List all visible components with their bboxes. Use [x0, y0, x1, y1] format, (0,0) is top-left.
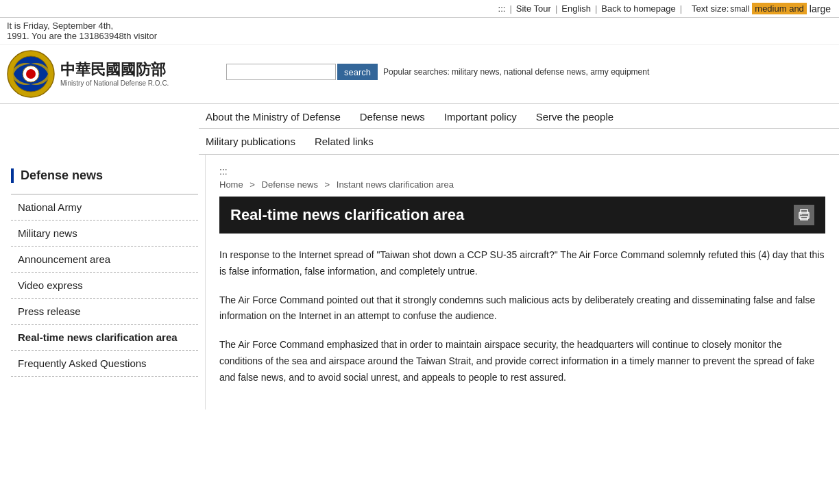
top-bar-separator-2: | — [555, 3, 557, 14]
article-paragraph-2: The Air Force Command pointed out that i… — [219, 292, 825, 325]
sidebar-item-national-army[interactable]: National Army — [11, 194, 198, 220]
sidebar-item-faq[interactable]: Frequently Asked Questions — [11, 351, 198, 377]
sidebar-item-press-release[interactable]: Press release — [11, 299, 198, 325]
svg-rect-5 — [801, 210, 807, 214]
breadcrumb-sep2: > — [325, 179, 332, 190]
nav-related-links[interactable]: Related links — [315, 136, 374, 147]
main-nav: About the Ministry of Defense Defense ne… — [199, 104, 839, 129]
date-line1: It is Friday, September 4th, — [7, 21, 832, 31]
svg-point-7 — [801, 214, 802, 215]
breadcrumb-sep1: > — [250, 179, 257, 190]
content-wrapper: Defense news National Army Military news… — [0, 155, 839, 410]
popular-searches: Popular searches: military news, nationa… — [383, 67, 649, 77]
site-tour-link[interactable]: Site Tour — [516, 3, 551, 14]
nav-military-publications[interactable]: Military publications — [206, 136, 295, 147]
search-button[interactable]: search — [337, 64, 378, 80]
date-bar: It is Friday, September 4th, 1991. You a… — [0, 18, 839, 45]
top-bar: ::: | Site Tour | English | Back to home… — [0, 0, 839, 18]
top-bar-separator-4: | — [680, 3, 682, 14]
header: 中華民國國防部 Ministry of National Defense R.O… — [0, 45, 839, 104]
page-title-bar: Real-time news clarification area — [219, 197, 825, 234]
page-title: Real-time news clarification area — [230, 206, 464, 224]
sidebar-item-video-express[interactable]: Video express — [11, 273, 198, 299]
text-size-small[interactable]: small — [730, 4, 749, 14]
sub-nav: Military publications Related links — [199, 129, 839, 155]
nav-serve-people[interactable]: Serve the people — [536, 111, 613, 128]
breadcrumb-dots: ::: — [219, 166, 825, 177]
logo-emblem — [7, 50, 55, 98]
nav-about[interactable]: About the Ministry of Defense — [206, 111, 341, 128]
text-size-label: Text size: — [692, 3, 729, 14]
search-row: search Popular searches: military news, … — [226, 64, 649, 80]
english-link[interactable]: English — [561, 3, 591, 14]
nav-defense-news[interactable]: Defense news — [360, 111, 425, 128]
breadcrumb-current: Instant news clarification area — [337, 179, 454, 190]
article-paragraph-1: In response to the Internet spread of "T… — [219, 247, 825, 280]
sidebar-item-announcement[interactable]: Announcement area — [11, 247, 198, 273]
breadcrumb-home[interactable]: Home — [219, 179, 243, 190]
sidebar-item-military-news[interactable]: Military news — [11, 220, 198, 247]
separator-dots: ::: — [498, 3, 506, 14]
svg-point-3 — [26, 69, 36, 79]
top-bar-separator-3: | — [595, 3, 597, 14]
top-bar-separator-1: | — [509, 3, 511, 14]
logo-area: 中華民國國防部 Ministry of National Defense R.O… — [7, 50, 206, 98]
nav-important-policy[interactable]: Important policy — [444, 111, 517, 128]
print-icon[interactable] — [794, 205, 814, 225]
breadcrumb-defense-news[interactable]: Defense news — [262, 179, 318, 190]
text-size-medium[interactable]: medium and — [752, 3, 807, 14]
search-input[interactable] — [226, 64, 336, 80]
breadcrumb-area: ::: Home > Defense news > Instant news c… — [219, 166, 825, 190]
article-paragraph-3: The Air Force Command emphasized that in… — [219, 337, 825, 386]
main-content: ::: Home > Defense news > Instant news c… — [206, 155, 839, 410]
breadcrumb: Home > Defense news > Instant news clari… — [219, 179, 825, 190]
sidebar: Defense news National Army Military news… — [0, 155, 206, 410]
text-size-large[interactable]: large — [810, 3, 831, 14]
logo-text-en: Ministry of National Defense R.O.C. — [60, 79, 169, 87]
logo-text-zh: 中華民國國防部 — [60, 61, 169, 79]
sidebar-title: Defense news — [11, 168, 198, 183]
sidebar-item-realtime-news[interactable]: Real-time news clarification area — [11, 325, 198, 351]
search-area: search Popular searches: military news, … — [206, 64, 832, 84]
back-to-homepage-link[interactable]: Back to homepage — [601, 3, 675, 14]
date-line2: 1991. You are the 131863948th visitor — [7, 31, 832, 41]
